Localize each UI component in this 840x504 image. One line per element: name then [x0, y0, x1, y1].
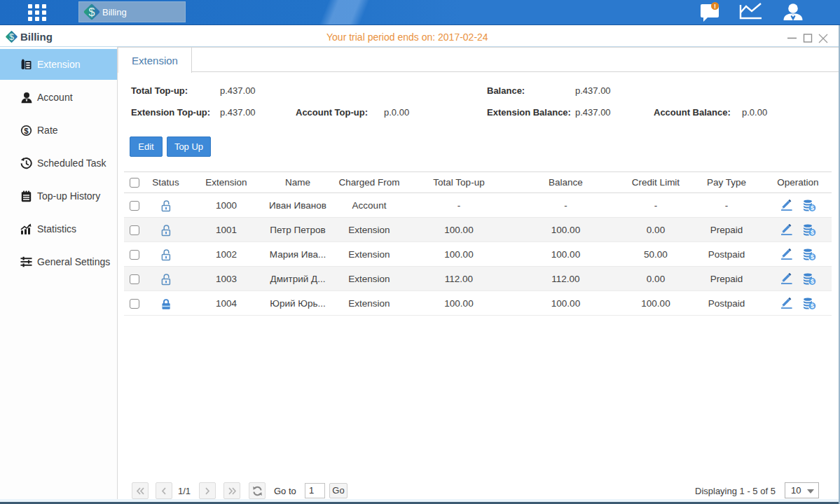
svg-text:$: $ — [810, 253, 813, 260]
svg-text:$: $ — [9, 32, 14, 42]
svg-text:!: ! — [714, 3, 716, 10]
svg-text:$: $ — [810, 229, 813, 236]
svg-text:$: $ — [810, 204, 813, 211]
svg-text:$: $ — [89, 6, 95, 18]
svg-text:$: $ — [810, 302, 813, 309]
svg-text:$: $ — [810, 278, 813, 285]
svg-text:$: $ — [24, 127, 29, 135]
